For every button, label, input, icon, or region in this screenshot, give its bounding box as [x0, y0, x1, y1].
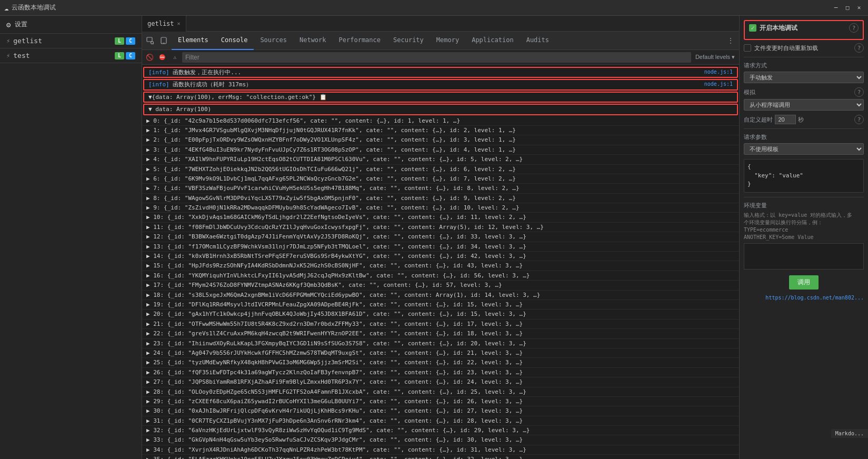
sidebar-item-getlist-label: getlist — [13, 37, 115, 45]
console-line-16: ▶ 12: {_id: "B3BWXae6WztgiT0dgAzp74J1iFe… — [142, 232, 739, 242]
console-line-text-12: ▶ 8: {_id: "WAgow5GvNlrM3DP0viYqcLX5T79x… — [146, 194, 735, 202]
console-line-text-6: ▶ 2: {_id: "E00pFpjTxORDvy9WZsOWQxnHZYBF… — [146, 136, 735, 144]
mock-help-icon[interactable]: ? — [854, 87, 864, 97]
tab-elements[interactable]: Elements — [172, 32, 215, 50]
sidebar-item-getlist[interactable]: ⚡ getlist L C — [0, 34, 142, 48]
console-line-17: ▶ 13: {_id: "f17OMcm1LCyzBF9WchkVsm31lnj… — [142, 242, 739, 252]
csdn-link[interactable]: https://blog.csdn.net/man802... — [765, 295, 864, 301]
tab-audits[interactable]: Audits — [520, 32, 555, 50]
console-line-11: ▶ 7: {_id: "VBF3SzWaFBjouPVvF1carwhiCVuH… — [142, 184, 739, 193]
tab-performance[interactable]: Performance — [333, 32, 387, 50]
file-change-label: 文件变更时自动重新加载 — [754, 44, 851, 52]
file-change-help-icon[interactable]: ? — [854, 43, 864, 53]
markdown-corner[interactable]: Markdo... — [831, 429, 868, 438]
file-tab-getlist[interactable]: getlist ✕ — [142, 16, 186, 32]
console-line-text-29: ▶ 25: {_id: "tyzUMdEwyNRfkyX48qkH8hPVwGI… — [146, 358, 735, 366]
app-title: 云函数本地调试 — [12, 3, 831, 12]
console-line-9: ▶ 5: {_id: "7WEHXTZohjEOiekkqJN2b2QQ56tU… — [142, 165, 739, 174]
console-line-text-24: ▶ 20: {_id: "gAx1hYTc1kOwkcp4jjhnFvqOBLK… — [146, 310, 735, 318]
enable-debug-row: ✓ 开启本地调试 ? — [749, 23, 859, 33]
enable-debug-checkbox[interactable]: ✓ — [749, 24, 756, 32]
console-line-text-2: ▼{data: Array(100), errMsg: "collection.… — [148, 93, 733, 101]
devtools-toolbar: Elements Console Sources Network Perform… — [142, 32, 739, 50]
request-method-label: 请求方式 — [744, 62, 767, 69]
console-line-text-3: ▼ data: Array(100) — [148, 105, 733, 113]
tab-console[interactable]: Console — [215, 32, 254, 50]
console-line-text-11: ▶ 7: {_id: "VBF3SzWaFBjouPVvF1carwhiCVuH… — [146, 184, 735, 192]
badge-c: C — [126, 37, 135, 45]
default-levels-btn[interactable]: Default levels ▾ — [693, 53, 737, 62]
console-line-text-7: ▶ 3: {_id: "4EKfG4BuI3uEN9kr7NydyFnFvuUJ… — [146, 146, 735, 154]
timeout-label: 自定义超时 — [744, 116, 773, 124]
console-line-26: ▶ 22: {_id: "greVs1lZ4CruAxxPM6kqH4zwcqB… — [142, 329, 739, 338]
link-row: https://blog.csdn.net/man802... — [744, 294, 864, 301]
console-line-text-23: ▶ 19: {_id: "DFlKq1RRd4MsyvlJtdIVCRPMnLF… — [146, 301, 735, 308]
console-line-text-0: [info] 函数触发，正在执行中... — [148, 68, 700, 76]
settings-label: 设置 — [15, 20, 27, 29]
timeout-input[interactable] — [775, 115, 796, 124]
env-textarea[interactable] — [744, 243, 864, 270]
sidebar-settings-header[interactable]: ⚙ 设置 — [0, 16, 142, 34]
console-line-14: ▶ 10: {_id: "XxkDjvAqs1m68GAICkM6yTSdLjh… — [142, 213, 739, 222]
request-method-select[interactable]: 手动触发 定时触发 HTTP触发 — [744, 72, 864, 83]
timeout-help-icon[interactable]: ? — [854, 115, 864, 124]
inspect-icon[interactable] — [144, 35, 156, 46]
sidebar-item-test[interactable]: ⚡ test L C — [0, 48, 142, 63]
filter-input[interactable] — [182, 52, 691, 63]
console-line-text-34: ▶ 30: {_id: "0xAJhI8wJRFrijQlcpDFq6vKrvH… — [146, 407, 735, 415]
console-line-text-16: ▶ 12: {_id: "B3BWXae6WztgiT0dgAzp74J1iFe… — [146, 233, 735, 241]
template-select[interactable]: 不使用模板 — [744, 143, 864, 155]
console-line-27: ▶ 23: {_id: "IhiinwdXOyRuLkKapL3FGXmpyBq… — [142, 339, 739, 348]
main-layout: ⚙ 设置 ⚡ getlist L C ⚡ test L C getlist — [0, 16, 868, 459]
console-line-text-5: ▶ 1: {_id: "JMvx4GR7VSgubMlgQXvjM3NHqDfj… — [146, 126, 735, 134]
file-change-checkbox[interactable] — [744, 44, 751, 52]
apply-button[interactable]: 调用 — [789, 275, 819, 290]
maximize-button[interactable]: □ — [843, 3, 852, 13]
console-line-25: ▶ 21: {_id: "OTFwwMSHwWm55h7IU8t5R4K8cZ9… — [142, 320, 739, 329]
close-button[interactable]: ✕ — [854, 3, 864, 13]
tab-memory[interactable]: Memory — [430, 32, 465, 50]
console-line-12: ▶ 8: {_id: "WAgow5GvNlrM3DP0viYqcLX5T79x… — [142, 194, 739, 203]
env-example1: TYPE=ecommerce — [744, 227, 788, 233]
tab-security[interactable]: Security — [387, 32, 430, 50]
tab-sources[interactable]: Sources — [254, 32, 293, 50]
console-line-2: ▼{data: Array(100), errMsg: "collection.… — [143, 92, 738, 103]
toolbar-menu-btn[interactable]: ⋮ — [724, 37, 737, 44]
title-bar: ☁ 云函数本地调试 ─ □ ✕ — [0, 0, 868, 16]
minimize-button[interactable]: ─ — [831, 3, 841, 13]
console-line-text-1: [info] 函数执行成功（耗时 317ms） — [148, 81, 700, 88]
left-sidebar: ⚙ 设置 ⚡ getlist L C ⚡ test L C — [0, 16, 142, 459]
console-line-text-17: ▶ 13: {_id: "f17OMcm1LCyzBF9WchkVsm31lnj… — [146, 243, 735, 251]
divider-3 — [744, 197, 864, 197]
code-block[interactable]: { "key": "value" } — [744, 159, 864, 193]
params-label: 请求参数 — [744, 133, 767, 141]
request-params-section: 请求参数 不使用模板 — [744, 133, 864, 155]
console-line-text-38: ▶ 34: {_id: "XvrjnX4RJDniAhAgh6DCKoTh37q… — [146, 446, 735, 454]
mock-label-row: 模拟 ? — [744, 87, 864, 97]
ban-icon[interactable]: 🚫 — [144, 52, 155, 63]
console-line-text-22: ▶ 18: {_id: "s38L5xgeJxM6QmA2xgnBMm1iVcD… — [146, 291, 735, 299]
sidebar-item-test-label: test — [13, 52, 115, 59]
env-example2: ANOTHER_KEY=Some Value — [744, 234, 813, 240]
mock-mode-section: 模拟 ? 从小程序端调用 从管理端调用 — [744, 87, 864, 111]
warning-icon[interactable]: ⚠ — [169, 52, 180, 63]
console-line-38: ▶ 34: {_id: "XvrjnX4RJDniAhAgh6DCKoTh37q… — [142, 445, 739, 455]
tab-close-btn[interactable]: ✕ — [177, 21, 181, 26]
console-output-wrapper: [info] 函数触发，正在执行中...node.js:1[info] 函数执行… — [142, 65, 739, 459]
console-line-source-0[interactable]: node.js:1 — [704, 68, 733, 76]
console-line-text-13: ▶ 9: {_id: "ZsZivdH0jN1kRRa2MDwaqqkDFMUy… — [146, 204, 735, 212]
tab-file-label: getlist — [147, 20, 174, 27]
file-tab-bar: getlist ✕ — [142, 16, 739, 32]
tab-application[interactable]: Application — [465, 32, 520, 50]
console-line-text-19: ▶ 15: {_id: "HpJFds9RzzSOhNFyIA4KdRSbDdm… — [146, 262, 735, 270]
sidebar-badges: L C — [115, 37, 135, 45]
file-change-row: 文件变更时自动重新加载 ? — [744, 43, 864, 53]
code-line-1: { — [747, 163, 860, 172]
mobile-icon[interactable] — [158, 35, 169, 46]
error-icon[interactable]: ⛔ — [157, 52, 167, 63]
console-line-source-1[interactable]: node.js:1 — [704, 81, 733, 88]
mock-mode-select[interactable]: 从小程序端调用 从管理端调用 — [744, 99, 864, 111]
debug-help-icon[interactable]: ? — [849, 23, 859, 33]
params-label-row: 请求参数 — [744, 133, 864, 141]
tab-network[interactable]: Network — [293, 32, 333, 50]
